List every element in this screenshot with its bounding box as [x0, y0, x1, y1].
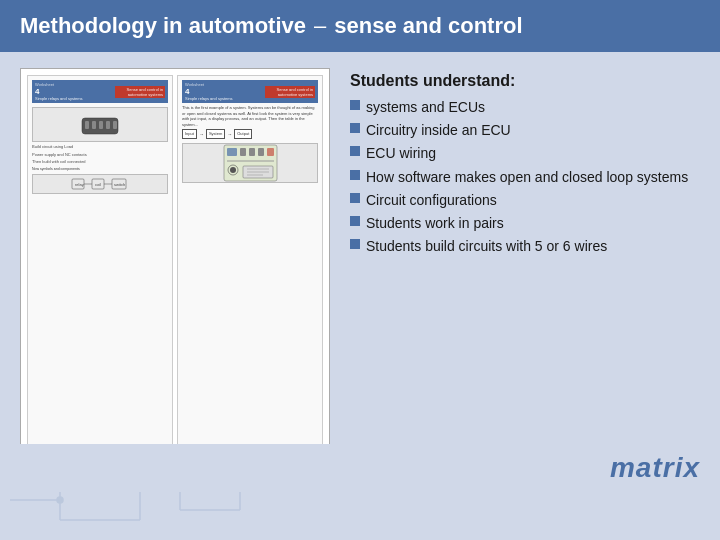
- ws-diagram-left-2: relay coil switch: [32, 174, 168, 194]
- footer-bar: matrix: [0, 444, 720, 492]
- svg-rect-34: [267, 148, 274, 156]
- svg-rect-35: [227, 160, 274, 162]
- header-subtitle: sense and control: [334, 13, 522, 39]
- bullet-icon-1: [350, 100, 360, 110]
- bullet-icon-5: [350, 193, 360, 203]
- bullet-systems-ecus: systems and ECUs: [350, 98, 700, 116]
- ws-input-box: Input: [182, 129, 197, 139]
- main-content: Worksheet 4 Simple relays and systems Se…: [0, 52, 720, 492]
- bullet-list: systems and ECUs Circuitry inside an ECU…: [350, 98, 700, 260]
- worksheet-preview: Worksheet 4 Simple relays and systems Se…: [20, 68, 330, 476]
- svg-rect-17: [92, 121, 96, 129]
- ws-subtitle-left: Simple relays and systems: [35, 96, 83, 101]
- svg-rect-32: [249, 148, 255, 156]
- header-dash: –: [314, 13, 326, 39]
- ws-system-box: System: [206, 129, 225, 139]
- bullet-students-work: Students work in pairs: [350, 214, 700, 232]
- matrix-logo-text: matrix: [610, 452, 700, 484]
- ws-diagram-left: [32, 107, 168, 142]
- svg-point-37: [230, 167, 236, 173]
- info-panel: Students understand: systems and ECUs Ci…: [350, 68, 700, 476]
- svg-text:coil: coil: [95, 182, 101, 187]
- bullet-icon-3: [350, 146, 360, 156]
- ws-diagram-right: [182, 143, 318, 183]
- ws-badge-right: Sense and control in automotive systems: [265, 86, 315, 98]
- ws-label-left: Worksheet: [35, 82, 83, 87]
- bullet-students-build: Students build circuits with 5 or 6 wire…: [350, 237, 700, 255]
- bullet-icon-7: [350, 239, 360, 249]
- ws-number-right: 4: [185, 87, 233, 96]
- svg-text:relay: relay: [75, 182, 84, 187]
- svg-rect-19: [106, 121, 110, 129]
- bullet-icon-6: [350, 216, 360, 226]
- bullet-icon-4: [350, 170, 360, 180]
- ws-subtitle-right: Simple relays and systems: [185, 96, 233, 101]
- worksheets-row: Worksheet 4 Simple relays and systems Se…: [27, 75, 323, 469]
- ws-badge-left: Sense and control in automotive systems: [115, 86, 165, 98]
- svg-rect-31: [240, 148, 246, 156]
- ws-circuit-row: Input → System → Output: [182, 129, 318, 139]
- bullet-how-software: How software makes open and closed loop …: [350, 168, 700, 186]
- students-understand-heading: Students understand:: [350, 72, 700, 90]
- bullet-circuitry: Circuitry inside an ECU: [350, 121, 700, 139]
- ws-label-right: Worksheet: [185, 82, 233, 87]
- header-title: Methodology in automotive: [20, 13, 306, 39]
- ws-header-left: Worksheet 4 Simple relays and systems Se…: [32, 80, 168, 103]
- worksheet-page-left: Worksheet 4 Simple relays and systems Se…: [27, 75, 173, 469]
- matrix-logo: matrix: [610, 452, 700, 484]
- svg-rect-18: [99, 121, 103, 129]
- worksheet-page-right: Worksheet 4 Simple relays and systems Se…: [177, 75, 323, 469]
- bullet-circuit-configs: Circuit configurations: [350, 191, 700, 209]
- ws-body-right: This is the first example of a system. S…: [182, 105, 318, 464]
- ws-header-right: Worksheet 4 Simple relays and systems Se…: [182, 80, 318, 103]
- svg-rect-20: [113, 121, 117, 129]
- svg-rect-33: [258, 148, 264, 156]
- header-bar: Methodology in automotive – sense and co…: [0, 0, 720, 52]
- bullet-ecu-wiring: ECU wiring: [350, 144, 700, 162]
- ws-number-left: 4: [35, 87, 83, 96]
- svg-rect-16: [85, 121, 89, 129]
- svg-text:switch: switch: [114, 182, 125, 187]
- ws-output-box: Output: [234, 129, 252, 139]
- svg-rect-30: [227, 148, 237, 156]
- ws-body-left: Build circuit using Load Power supply an…: [32, 105, 168, 464]
- bullet-icon-2: [350, 123, 360, 133]
